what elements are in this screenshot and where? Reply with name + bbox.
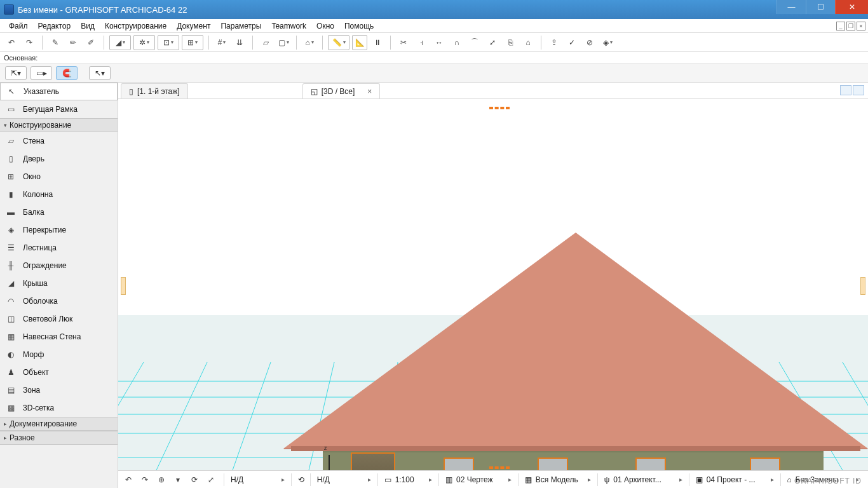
toolbox-section-document[interactable]: ▸Документирование [0,417,118,431]
sb-back-button[interactable]: ↶ [121,473,136,486]
tool-marquee[interactable]: ▭ Бегущая Рамка [0,100,118,118]
tab-close-button[interactable]: × [367,87,372,96]
edge-marker-bottom[interactable] [489,466,510,469]
sb-layer-combo[interactable]: ψ01 Архитект...▸ [597,473,689,486]
close-button[interactable]: ✕ [835,0,868,14]
mdi-restore-icon[interactable]: ❐ [846,22,855,30]
undo-button[interactable]: ↶ [4,35,19,50]
ruler-2-button[interactable]: 📐 [352,35,367,50]
tool-slab[interactable]: ◈Перекрытие [0,221,118,239]
grid-snap-button[interactable]: # [214,35,229,50]
tab-floor-plan[interactable]: ▯ [1. 1-й этаж] [121,83,188,98]
tool-window[interactable]: ⊞Окно [0,168,118,186]
mode-pointer-options-button[interactable]: ↖▾ [89,66,111,80]
team-options-button[interactable]: ◈ [600,35,615,50]
team-reserve-button[interactable]: ✓ [564,35,580,50]
mesh-icon: ▩ [5,402,17,414]
plane-options-button[interactable]: ▢ [276,35,291,50]
sb-zoom-field[interactable]: Н/Д▸ [310,473,377,486]
menu-document[interactable]: Документ [172,20,215,32]
edge-handle-right[interactable] [860,277,865,295]
sb-fit-button[interactable]: ⤢ [203,473,219,486]
suspend-button[interactable]: ⏸ [370,35,385,50]
offset-button[interactable]: ⎘ [503,35,518,50]
sb-zoom-drop-button[interactable]: ▾ [170,473,186,486]
sb-scale[interactable]: ▭1:100▸ [377,473,438,486]
menu-view[interactable]: Вид [76,20,100,32]
minimize-button[interactable]: — [776,0,806,14]
view-switch-1-icon[interactable] [840,85,851,95]
intersect-button[interactable]: ∩ [449,35,465,50]
split-button[interactable]: ⫞ [414,35,429,50]
mode-arrow-button[interactable]: ⇱▾ [5,66,27,80]
tool-object[interactable]: ♟Объект [0,363,118,381]
edge-handle-left[interactable] [121,277,126,295]
gravity-button[interactable]: ⇊ [232,35,247,50]
sb-penset[interactable]: ▥02 Чертеж▸ [438,473,518,486]
tool-curtainwall[interactable]: ▦Навесная Стена [0,328,118,346]
tool-column[interactable]: ▮Колонна [0,186,118,203]
tool-wall[interactable]: ▱Стена [0,132,118,150]
tool-mesh[interactable]: ▩3D-сетка [0,399,118,417]
pick-button[interactable]: ✎ [48,35,63,50]
tab-3d[interactable]: ◱ [3D / Все] × [302,83,381,98]
menu-options[interactable]: Параметры [215,20,266,32]
menu-window[interactable]: Окно [311,20,339,32]
snap-guides-button[interactable]: ◢ [109,35,131,50]
menu-design[interactable]: Конструирование [100,20,172,32]
tool-skylight[interactable]: ◫Световой Люк [0,310,118,328]
view-switch-2-icon[interactable] [853,85,864,95]
sb-zoom-button[interactable]: ⊕ [154,473,169,486]
tool-door[interactable]: ▯Дверь [0,150,118,168]
shell-icon: ◠ [5,295,17,307]
wall-icon: ▱ [5,135,17,147]
toolbox-section-design[interactable]: ▾Конструирование [0,118,118,132]
maximize-button[interactable]: ☐ [806,0,835,14]
sb-orbit-button[interactable]: ⟳ [187,473,202,486]
menu-edit[interactable]: Редактор [33,20,76,32]
menu-help[interactable]: Помощь [339,20,379,32]
sb-forward-button[interactable]: ↷ [137,473,153,486]
toolbox: ↖ Указатель ▭ Бегущая Рамка ▾Конструиров… [0,83,118,488]
adjust-button[interactable]: ↔ [431,35,447,50]
measure-button[interactable]: ✏ [65,35,81,50]
menu-teamwork[interactable]: Teamwork [266,20,311,32]
team-send-button[interactable]: ⇪ [546,35,562,50]
plane-button[interactable]: ▱ [258,35,273,50]
favorite-button[interactable]: ⌂ [302,35,317,50]
trim-button[interactable]: ✂ [396,35,411,50]
mdi-minimize-icon[interactable]: _ [836,22,845,30]
tool-roof[interactable]: ◢Крыша [0,274,118,292]
snap-points-button[interactable]: ⊡ [158,35,179,50]
tool-beam[interactable]: ▬Балка [0,203,118,221]
snap-elements-button[interactable]: ⊞ [182,35,203,50]
home-3d-button[interactable]: ⌂ [520,35,536,50]
mode-quick-select-button[interactable]: 🧲 [56,66,78,80]
tool-zone[interactable]: ▤Зона [0,381,118,399]
menu-file[interactable]: Файл [4,20,33,32]
tool-stair[interactable]: ☰Лестница [0,239,118,257]
sb-dimensions[interactable]: ▣04 Проект - ...▸ [689,473,780,486]
mdi-close-icon[interactable]: × [857,22,865,30]
tool-morph[interactable]: ◐Морф [0,346,118,363]
tool-railing[interactable]: ╫Ограждение [0,257,118,274]
tool-shell[interactable]: ◠Оболочка [0,292,118,310]
edge-marker-top[interactable] [489,107,510,109]
fillet-button[interactable]: ⌒ [467,35,482,50]
sb-orientation-ico[interactable]: ⟲ [291,473,310,486]
team-release-button[interactable]: ⊘ [582,35,597,50]
snap-lines-button[interactable]: ✲ [133,35,155,50]
ruler-button[interactable]: 📏 [328,35,349,50]
resize-button[interactable]: ⤢ [485,35,500,50]
viewport-3d[interactable]: zx [118,99,868,470]
toolbox-section-misc[interactable]: ▸Разное [0,431,118,445]
tool-pointer[interactable]: ↖ Указатель [0,83,118,100]
sb-orientation[interactable]: Н/Д▸ [224,473,291,486]
mode-marquee-button[interactable]: ▭▸ [31,66,52,80]
highlighter-button[interactable]: ✐ [83,35,98,50]
redo-button[interactable]: ↷ [22,35,37,50]
view-tabs: ▯ [1. 1-й этаж] ◱ [3D / Все] × [118,83,868,99]
marquee-icon: ▭ [5,104,17,115]
sb-partial-display[interactable]: ▦Вся Модель▸ [518,473,597,486]
door-icon: ▯ [5,153,17,165]
